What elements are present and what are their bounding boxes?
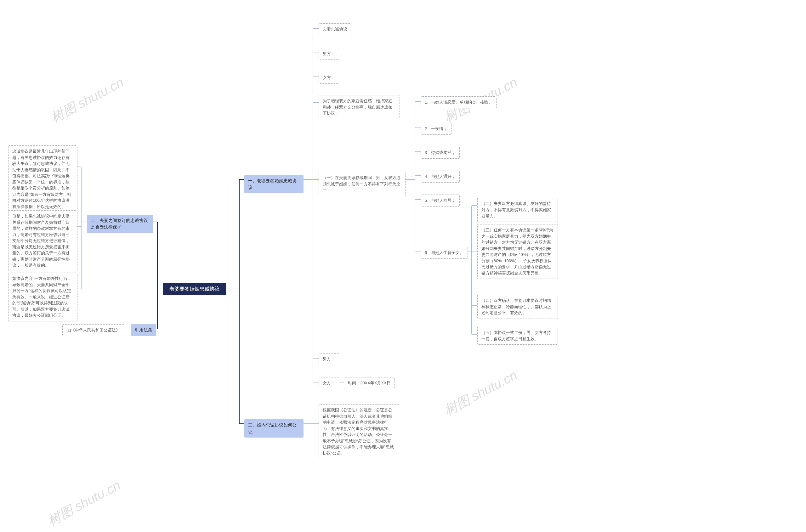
leaf-clause-5: （五）本协议一式二份，男、女方各持一份，自双方签字之日起生效。 <box>477 327 558 345</box>
leaf-male-party-1: 男方： <box>319 48 339 60</box>
leaf-fidelity-agreement: 夫妻忠诚协议 <box>319 23 351 35</box>
watermark: 树图 shutu.cn <box>48 74 127 127</box>
leaf-female-party-1: 女方： <box>319 72 339 84</box>
leaf-clause-1-6: 6、与她人生育子女。 <box>420 247 468 259</box>
branch-section-3[interactable]: 三、婚内忠诚协议如何公证 <box>244 419 303 438</box>
leaf-clause-4: （四）双方确认，在签订本协议时均精神状态正常，冷静而理性，并都认为上述约定是公平… <box>477 294 558 319</box>
leaf-clause-1: （一）在夫妻关系存续期间，男、女双方必须忠诚于婚姻，任何一方不得有下列行为之一： <box>319 172 406 196</box>
leaf-clause-1-1: 1、与她人谈恋爱、单独约会、接吻。 <box>420 96 496 108</box>
watermark: 树图 shutu.cn <box>442 366 521 420</box>
branch-section-1[interactable]: 一、老婆要签婚姻忠诚协议 <box>244 175 303 193</box>
leaf-clause-3: （三）任何一方有本协议第一条6种行为之一或实施家庭暴力，即为双方婚姻中的过错方，… <box>477 224 558 279</box>
leaf-clause-2: （二）夫妻双方必须真诚、友好的善待对方，不得有意欺骗对方，不得实施家庭暴力。 <box>477 198 558 222</box>
connector-lines <box>0 0 806 532</box>
leaf-b2-para1: 忠诚协议是最近几年出现的新问题，有关忠诚协议的效力还存有较大争议，签订忠诚协议，… <box>8 146 77 212</box>
branch-references[interactable]: 引用法条 <box>131 324 156 336</box>
leaf-clause-1-5: 5、与她人同居； <box>420 194 460 207</box>
leaf-clause-1-3: 3、嫖娼或卖淫； <box>420 147 460 159</box>
leaf-b2-para2: 但是，如果忠诚协议中约定夫妻关系存续期间财产及婚前财产归属的，这样的条款对双方有… <box>8 210 77 271</box>
leaf-preamble: 为了增强双方的家庭责任感，维持家庭和睦，经双方充分协商，现自愿达成如下协议： <box>319 95 400 119</box>
leaf-b2-para3: 如协议内容"一方有婚外性行为，导致离婚的，夫妻共同财产全部归另一方"这样的协议就… <box>8 272 77 321</box>
leaf-ref-1: [1]《中华人民共和国公证法》 <box>62 324 124 336</box>
leaf-clause-1-4: 4、与她人通奸； <box>420 171 460 183</box>
leaf-clause-1-2: 2、一夜情； <box>420 123 451 135</box>
leaf-notarization-explain: 根据我国《公证法》的规定，公证是公证机构根据自然人、法人或者其他组织的申请，依照… <box>319 404 399 459</box>
leaf-female-party-2: 女方： <box>319 377 339 389</box>
watermark: 树图 shutu.cn <box>45 477 124 530</box>
leaf-male-party-2: 男方： <box>319 353 339 365</box>
root-node[interactable]: 老婆要签婚姻忠诚协议 <box>163 283 226 295</box>
leaf-date: 时间：20XX年X月XX日 <box>344 377 395 389</box>
branch-section-2[interactable]: 二、夫妻之间签订的忠诚协议是否受法律保护 <box>87 215 153 233</box>
